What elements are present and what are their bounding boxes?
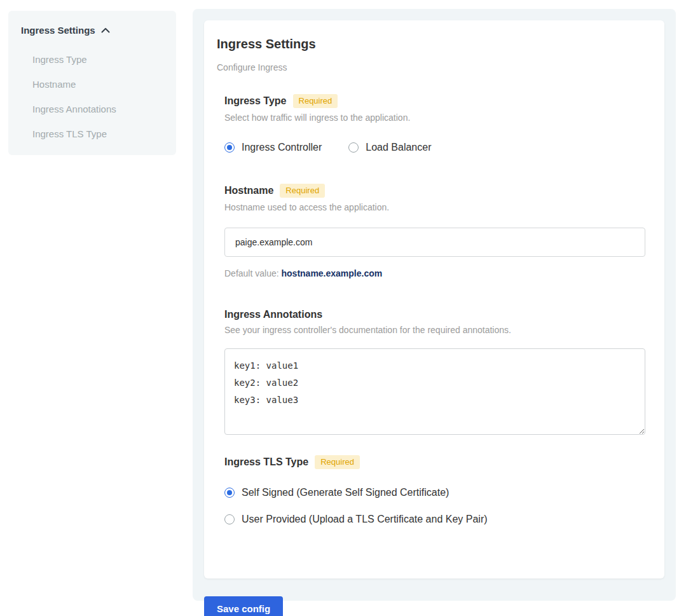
tls-type-label: Ingress TLS Type (224, 456, 308, 468)
ingress-type-label-row: Ingress Type Required (224, 94, 645, 108)
required-badge: Required (293, 94, 338, 108)
required-badge: Required (315, 455, 360, 469)
ingress-type-help: Select how traffic will ingress to the a… (224, 113, 645, 123)
radio-label: Load Balancer (366, 142, 431, 153)
radio-circle-icon (224, 514, 235, 524)
sidebar-item-ingress-type[interactable]: Ingress Type (21, 47, 163, 72)
sidebar-group-label: Ingress Settings (21, 25, 95, 36)
config-card: Ingress Settings Configure Ingress Ingre… (204, 20, 664, 578)
radio-label: Self Signed (Generate Self Signed Certif… (242, 487, 449, 498)
page-title: Ingress Settings (217, 37, 652, 51)
radio-ingress-controller[interactable]: Ingress Controller (224, 142, 322, 153)
tls-type-options: Self Signed (Generate Self Signed Certif… (224, 487, 645, 525)
radio-circle-icon (348, 142, 359, 153)
hostname-input[interactable] (224, 228, 645, 257)
radio-label: Ingress Controller (242, 142, 322, 153)
page-subtitle: Configure Ingress (217, 62, 652, 72)
hostname-label-row: Hostname Required (224, 184, 645, 198)
sidebar-item-hostname[interactable]: Hostname (21, 72, 163, 97)
hostname-default-line: Default value: hostname.example.com (224, 268, 645, 278)
chevron-up-icon (101, 27, 110, 33)
required-badge: Required (280, 184, 325, 198)
radio-load-balancer[interactable]: Load Balancer (348, 142, 431, 153)
hostname-label: Hostname (224, 185, 273, 196)
config-content-panel: Ingress Settings Configure Ingress Ingre… (193, 9, 676, 601)
radio-user-provided[interactable]: User Provided (Upload a TLS Certificate … (224, 514, 645, 525)
sidebar-item-ingress-tls-type[interactable]: Ingress TLS Type (21, 121, 163, 146)
radio-circle-icon (224, 488, 235, 498)
sidebar-item-ingress-annotations[interactable]: Ingress Annotations (21, 97, 163, 121)
field-hostname: Hostname Required Hostname used to acces… (224, 184, 645, 278)
field-ingress-annotations: Ingress Annotations See your ingress con… (224, 309, 645, 437)
field-ingress-type: Ingress Type Required Select how traffic… (224, 94, 645, 153)
radio-circle-icon (224, 142, 235, 153)
tls-type-label-row: Ingress TLS Type Required (224, 455, 645, 469)
radio-label: User Provided (Upload a TLS Certificate … (242, 514, 488, 525)
sidebar-nav: Ingress Type Hostname Ingress Annotation… (21, 47, 163, 146)
sidebar-group-ingress-settings[interactable]: Ingress Settings (21, 25, 163, 36)
ingress-type-label: Ingress Type (224, 95, 287, 107)
annotations-label: Ingress Annotations (224, 309, 322, 320)
config-nav-sidebar: Ingress Settings Ingress Type Hostname I… (8, 11, 176, 155)
default-value-prefix: Default value: (224, 268, 279, 278)
config-fields: Ingress Type Required Select how traffic… (224, 94, 645, 525)
default-value-link[interactable]: hostname.example.com (282, 268, 383, 278)
annotations-textarea[interactable]: key1: value1 key2: value2 key3: value3 (224, 348, 645, 435)
save-config-button[interactable]: Save config (204, 596, 283, 616)
hostname-help: Hostname used to access the application. (224, 202, 645, 212)
annotations-label-row: Ingress Annotations (224, 309, 645, 320)
ingress-type-options: Ingress Controller Load Balancer (224, 142, 645, 153)
radio-self-signed[interactable]: Self Signed (Generate Self Signed Certif… (224, 487, 645, 498)
field-ingress-tls-type: Ingress TLS Type Required Self Signed (G… (224, 455, 645, 525)
annotations-help: See your ingress controller's documentat… (224, 325, 645, 335)
